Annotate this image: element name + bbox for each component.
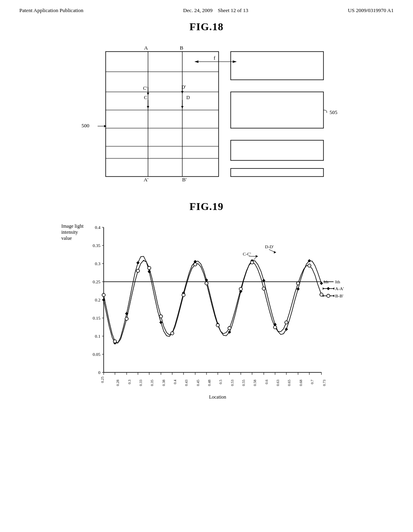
svg-text:0.2: 0.2 bbox=[95, 297, 100, 302]
svg-point-153 bbox=[327, 294, 330, 297]
svg-text:0.58: 0.58 bbox=[253, 380, 257, 386]
svg-text:0.1: 0.1 bbox=[95, 334, 100, 339]
svg-marker-30 bbox=[181, 106, 184, 108]
header-left: Patent Application Publication bbox=[19, 7, 83, 14]
svg-text:B': B' bbox=[182, 177, 186, 183]
svg-marker-15 bbox=[233, 60, 237, 63]
fig18-diagram: f A B C' D' C D A' B' 500 bbox=[69, 39, 344, 189]
page-header: Patent Application Publication Dec. 24, … bbox=[0, 0, 413, 17]
svg-point-125 bbox=[159, 315, 163, 318]
svg-point-131 bbox=[228, 326, 231, 330]
svg-text:D: D bbox=[186, 95, 190, 100]
svg-text:0.38: 0.38 bbox=[162, 380, 166, 386]
svg-marker-146 bbox=[274, 251, 276, 254]
svg-text:0.48: 0.48 bbox=[207, 380, 211, 386]
svg-rect-10 bbox=[231, 92, 323, 128]
svg-point-126 bbox=[171, 332, 174, 335]
svg-point-121 bbox=[113, 340, 117, 343]
svg-text:0.05: 0.05 bbox=[93, 352, 101, 357]
svg-rect-0 bbox=[106, 52, 219, 177]
chart-x-label: Location bbox=[83, 394, 352, 400]
svg-point-132 bbox=[239, 287, 242, 291]
svg-text:0.35: 0.35 bbox=[93, 243, 101, 248]
svg-point-120 bbox=[102, 293, 105, 297]
svg-rect-12 bbox=[231, 168, 323, 177]
fig18-title: FIG.18 bbox=[24, 21, 389, 33]
svg-text:0.28: 0.28 bbox=[116, 380, 120, 386]
svg-text:0.73: 0.73 bbox=[322, 380, 326, 386]
svg-marker-156 bbox=[333, 287, 334, 290]
chart-container: Image light intensity value 0 0.05 0.1 0… bbox=[61, 219, 352, 400]
svg-text:0.63: 0.63 bbox=[276, 380, 280, 386]
chart-area: 0 0.05 0.1 0.15 0.2 0.25 0.3 0.35 0.4 bbox=[83, 219, 352, 393]
svg-point-136 bbox=[285, 321, 288, 324]
svg-text:D-D': D-D' bbox=[265, 244, 274, 249]
svg-text:0.3: 0.3 bbox=[127, 380, 131, 384]
svg-text:0.25: 0.25 bbox=[93, 279, 101, 284]
svg-text:0.6: 0.6 bbox=[265, 380, 269, 384]
svg-point-139 bbox=[320, 293, 323, 296]
svg-point-138 bbox=[308, 264, 311, 267]
fig19-section: FIG.19 Image light intensity value 0 0.0… bbox=[0, 197, 413, 408]
svg-point-130 bbox=[216, 324, 219, 327]
svg-text:0.4: 0.4 bbox=[173, 380, 177, 384]
svg-text:0.33: 0.33 bbox=[139, 380, 143, 386]
svg-text:0.5: 0.5 bbox=[219, 380, 223, 384]
svg-marker-14 bbox=[194, 60, 198, 63]
svg-point-137 bbox=[296, 282, 300, 285]
svg-text:f: f bbox=[214, 55, 216, 61]
svg-text:0.4: 0.4 bbox=[95, 225, 100, 230]
svg-text:0.45: 0.45 bbox=[196, 380, 200, 386]
fig18-section: FIG.18 bbox=[0, 17, 413, 197]
svg-marker-150 bbox=[327, 287, 330, 290]
svg-text:0: 0 bbox=[98, 370, 101, 375]
svg-point-124 bbox=[148, 266, 151, 270]
svg-text:C': C' bbox=[143, 85, 147, 91]
svg-text:0.55: 0.55 bbox=[242, 380, 246, 386]
svg-text:C-C': C-C' bbox=[243, 251, 251, 256]
svg-text:0.65: 0.65 bbox=[287, 380, 291, 386]
svg-text:0.3: 0.3 bbox=[95, 261, 100, 266]
svg-point-133 bbox=[250, 261, 254, 264]
svg-marker-158 bbox=[333, 295, 334, 297]
svg-text:B-B': B-B' bbox=[335, 293, 343, 298]
svg-text:0.68: 0.68 bbox=[299, 380, 303, 386]
svg-text:0.53: 0.53 bbox=[230, 380, 234, 386]
svg-rect-11 bbox=[231, 140, 323, 160]
svg-text:0.7: 0.7 bbox=[310, 380, 314, 384]
svg-marker-103 bbox=[136, 261, 140, 264]
header-right: US 2009/0319970 A1 bbox=[348, 7, 394, 14]
svg-point-127 bbox=[182, 293, 185, 297]
svg-text:A': A' bbox=[144, 177, 148, 183]
svg-marker-157 bbox=[323, 295, 324, 297]
svg-marker-117 bbox=[296, 287, 300, 291]
svg-marker-27 bbox=[147, 106, 149, 108]
header-center: Dec. 24, 2009 Sheet 12 of 13 bbox=[183, 7, 248, 14]
fig19-title: FIG.19 bbox=[24, 201, 389, 213]
svg-text:C: C bbox=[144, 95, 147, 100]
svg-text:0.35: 0.35 bbox=[150, 380, 154, 386]
svg-text:Ith: Ith bbox=[335, 279, 340, 284]
svg-text:500: 500 bbox=[81, 123, 90, 129]
svg-rect-9 bbox=[231, 52, 323, 80]
svg-marker-119 bbox=[320, 282, 323, 285]
svg-text:B: B bbox=[180, 45, 184, 51]
svg-point-128 bbox=[194, 263, 197, 266]
svg-point-134 bbox=[262, 287, 265, 290]
svg-point-135 bbox=[273, 326, 277, 329]
svg-text:A-A': A-A' bbox=[335, 286, 344, 291]
svg-point-129 bbox=[205, 282, 208, 285]
svg-marker-116 bbox=[285, 328, 288, 331]
chart-y-label: Image light intensity value bbox=[61, 223, 86, 241]
svg-text:0.15: 0.15 bbox=[93, 316, 101, 320]
svg-point-122 bbox=[125, 317, 128, 320]
svg-text:0.43: 0.43 bbox=[184, 380, 188, 386]
chart-svg: 0 0.05 0.1 0.15 0.2 0.25 0.3 0.35 0.4 bbox=[83, 219, 346, 393]
svg-marker-155 bbox=[323, 287, 324, 290]
svg-marker-35 bbox=[104, 125, 106, 127]
svg-point-123 bbox=[136, 269, 140, 272]
svg-text:A: A bbox=[144, 45, 148, 51]
svg-marker-24 bbox=[181, 91, 184, 94]
svg-text:0.25: 0.25 bbox=[100, 376, 104, 383]
svg-text:505: 505 bbox=[330, 109, 338, 115]
